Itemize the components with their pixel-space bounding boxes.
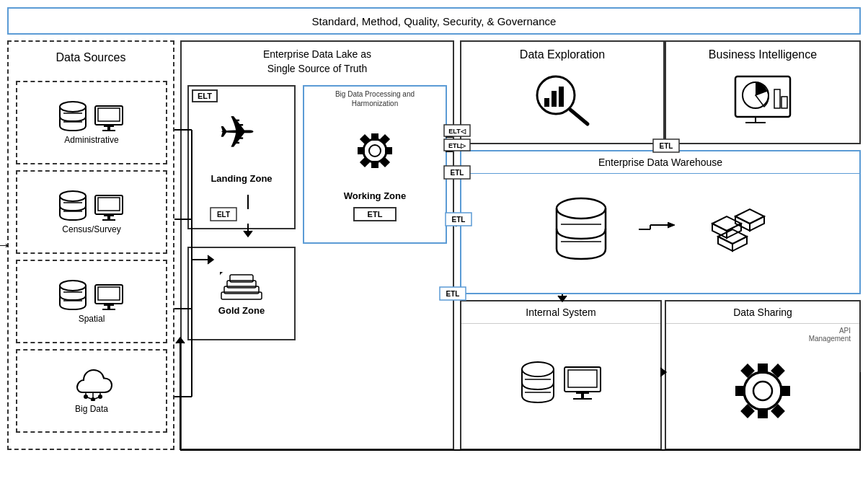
governance-title: Standard, Method, Quality, Security, & G… (312, 15, 557, 27)
data-sharing-icon-container (666, 343, 859, 439)
svg-point-18 (60, 281, 86, 291)
bi-title: Business Intelligence (666, 42, 859, 67)
svg-rect-42 (380, 134, 390, 144)
svg-rect-40 (385, 147, 392, 154)
landing-zone-title: Landing Zone (189, 173, 294, 185)
bi-section: Business Intelligence (665, 40, 861, 144)
svg-text:✦: ✦ (220, 272, 224, 278)
svg-text:✈: ✈ (218, 107, 256, 157)
data-sources-title: Data Sources (9, 46, 173, 70)
svg-rect-81 (568, 370, 597, 387)
data-sharing-gear-icon (723, 351, 802, 431)
bigdata-label: Big Data (75, 404, 108, 414)
svg-rect-39 (371, 161, 378, 168)
data-exploration-icon-container (461, 67, 663, 132)
svg-rect-59 (781, 97, 787, 108)
data-exploration-title: Data Exploration (461, 42, 663, 67)
edw-arrow (639, 222, 682, 237)
data-exploration-section: Data Exploration (460, 40, 665, 144)
diagram-container: Standard, Method, Quality, Security, & G… (0, 0, 868, 489)
api-management-label: API Management (666, 324, 859, 343)
svg-rect-90 (780, 386, 790, 396)
svg-rect-12 (95, 195, 123, 214)
edw-db-icon (552, 197, 610, 262)
svg-rect-80 (564, 367, 601, 392)
gold-zone: ✦ Gold Zone (187, 247, 296, 340)
svg-rect-44 (380, 157, 390, 167)
svg-marker-76 (750, 216, 764, 231)
svg-rect-3 (95, 106, 123, 125)
landing-zone: ✈ Landing Zone ELT (187, 85, 296, 229)
admin-icon-group (58, 100, 125, 132)
svg-rect-21 (95, 285, 123, 304)
spatial-icon-group (58, 279, 125, 311)
gear-icon-container (304, 111, 446, 190)
svg-rect-54 (559, 87, 564, 107)
spatial-label: Spatial (79, 314, 105, 324)
spatial-db-icon (58, 279, 88, 311)
svg-rect-43 (360, 134, 370, 144)
census-label: Census/Survey (62, 224, 120, 234)
svg-rect-4 (98, 108, 120, 121)
incoming-arrow: → (0, 236, 12, 255)
svg-rect-58 (774, 89, 780, 108)
working-zone: Big Data Processing and Harmonization (303, 85, 447, 244)
source-item-admin: Administrative (16, 81, 167, 164)
source-item-bigdata: Big Data (16, 349, 167, 433)
internal-monitor-icon (563, 366, 603, 402)
data-lake-title: Enterprise Data Lake as Single Source of… (182, 42, 453, 82)
edw-title: Enterprise Data Warehouse (461, 151, 859, 174)
elt-badge-landing: ELT (192, 89, 218, 102)
working-zone-title: Working Zone (304, 190, 446, 201)
gold-bars-icon: ✦ (220, 272, 263, 301)
data-lake-section: Enterprise Data Lake as Single Source of… (180, 40, 454, 450)
data-sources-section: Data Sources → (7, 40, 174, 450)
svg-rect-53 (552, 91, 557, 107)
gold-zone-title: Gold Zone (218, 305, 265, 316)
census-db-icon (58, 190, 88, 221)
svg-rect-89 (758, 408, 768, 418)
internal-system-section: Internal System (460, 300, 662, 450)
svg-marker-74 (735, 209, 764, 224)
internal-db-icon (518, 361, 557, 407)
source-item-spatial: Spatial (16, 260, 167, 343)
internal-icon-container (461, 324, 660, 444)
bi-icon (734, 75, 792, 124)
census-icon-group (58, 190, 125, 221)
svg-rect-91 (735, 386, 745, 396)
working-zone-subtitle: Big Data Processing and Harmonization (304, 87, 446, 111)
admin-monitor-icon (94, 105, 125, 132)
svg-point-0 (60, 102, 86, 112)
svg-point-87 (753, 382, 772, 400)
svg-rect-13 (98, 198, 120, 211)
edw-section: Enterprise Data Warehouse (460, 150, 861, 294)
svg-rect-45 (360, 157, 370, 167)
svg-rect-38 (371, 133, 378, 141)
gear-icon (346, 122, 404, 180)
governance-banner: Standard, Method, Quality, Security, & G… (7, 7, 861, 35)
data-sharing-section: Data Sharing API Management (665, 300, 861, 450)
admin-label: Administrative (64, 135, 118, 145)
exploration-icon (530, 71, 595, 128)
svg-marker-70 (732, 237, 747, 251)
svg-marker-69 (718, 237, 732, 251)
svg-rect-22 (98, 287, 120, 300)
svg-rect-52 (544, 98, 549, 107)
spatial-monitor-icon (94, 283, 125, 311)
internal-system-title: Internal System (461, 301, 660, 324)
svg-point-37 (369, 145, 381, 157)
cubes-icon (711, 201, 769, 258)
airplane-icon: ✈ (213, 101, 270, 159)
svg-rect-88 (758, 364, 768, 374)
admin-db-icon (58, 100, 88, 132)
source-item-census: Census/Survey (16, 170, 167, 254)
svg-point-9 (60, 191, 86, 201)
bi-icon-container (666, 67, 859, 132)
svg-rect-41 (358, 147, 365, 154)
census-monitor-icon (94, 194, 125, 221)
svg-point-77 (522, 362, 554, 376)
etl-box-working: ETL (353, 207, 397, 221)
data-sharing-title: Data Sharing (666, 301, 859, 324)
svg-line-55 (570, 110, 588, 124)
full-diagram: Standard, Method, Quality, Security, & G… (7, 7, 861, 453)
